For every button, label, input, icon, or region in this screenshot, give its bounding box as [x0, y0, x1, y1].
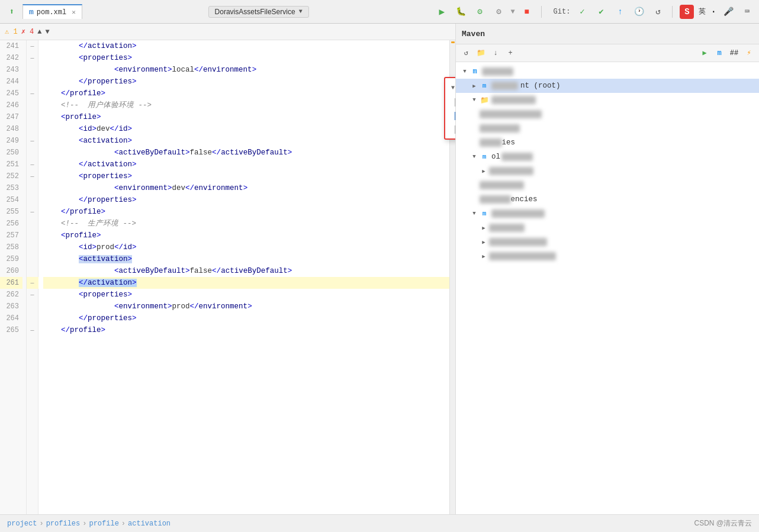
maven-tree-item-encies[interactable]: encies — [456, 192, 759, 207]
git-check-icon[interactable]: ✓ — [575, 5, 589, 19]
code-line-262: <properties> — [43, 289, 449, 301]
sougou-icon[interactable]: S — [680, 5, 694, 19]
run-button[interactable]: ▶ — [435, 5, 449, 19]
left-toolbar-icons: ⬆ — [5, 5, 19, 19]
tree-expand-icon[interactable]: ▶ — [470, 82, 478, 90]
profile-dev-checkbox[interactable] — [455, 98, 456, 107]
maven-add-btn[interactable]: + — [504, 47, 517, 60]
warning-marker — [451, 41, 455, 43]
collapse-arrow-icon[interactable]: ▼ — [451, 85, 455, 91]
tree-expand-icon[interactable]: ▼ — [470, 209, 478, 218]
code-line-243: <environment>local</environment> — [43, 64, 449, 76]
maven-skip-btn[interactable]: ## — [728, 47, 741, 60]
main-area: ⚠ 1 ✗ 4 ▲ ▼ 241 242 243 244 245 246 247 … — [0, 24, 759, 514]
breadcrumb-profile[interactable]: profile — [89, 520, 118, 528]
tree-item-label — [480, 138, 502, 147]
maven-tree-item[interactable]: ▶ — [456, 249, 759, 263]
tree-expand-icon[interactable]: ▼ — [461, 67, 469, 76]
tree-item-label — [491, 209, 545, 218]
maven-m-btn[interactable]: m — [713, 47, 726, 60]
line-number: 257 — [0, 230, 22, 241]
maven-tree-item[interactable]: ▼ m ol — [456, 150, 759, 164]
maven-tree-item[interactable] — [456, 121, 759, 136]
tab-close-button[interactable]: ✕ — [72, 8, 76, 16]
breadcrumb-project[interactable]: project — [7, 520, 37, 528]
maven-run-btn[interactable]: ▶ — [698, 47, 711, 60]
code-line-242: <properties> — [43, 52, 449, 64]
tree-item-label — [480, 181, 524, 189]
maven-tree-item[interactable]: ▶ — [456, 164, 759, 178]
gutter: — — — — — — — — — — [27, 40, 38, 514]
profile-local-checkbox[interactable]: ✓ — [455, 112, 456, 120]
run-config-selector[interactable]: DoravisAssetsFileService ▼ — [208, 6, 309, 18]
up-arrow-icon[interactable]: ▲ — [37, 28, 41, 36]
editor-toolbar: ⚠ 1 ✗ 4 ▲ ▼ — [0, 24, 455, 40]
maven-down-btn[interactable]: ↓ — [489, 47, 502, 60]
stop-button[interactable]: ■ — [520, 5, 534, 19]
gutter-icon — [27, 265, 38, 277]
tree-expand-icon[interactable]: ▶ — [480, 252, 488, 260]
code-line-251: </activation> — [43, 159, 449, 170]
gutter-icon — [27, 241, 38, 253]
editor-panel: ⚠ 1 ✗ 4 ▲ ▼ 241 242 243 244 245 246 247 … — [0, 24, 456, 514]
tree-item-root-label — [491, 82, 518, 90]
tree-expand-icon[interactable]: ▼ — [470, 153, 478, 161]
maven-lightning-btn[interactable]: ⚡ — [742, 47, 755, 60]
line-number: 256 — [0, 218, 22, 230]
maven-tree-item-root[interactable]: ▶ m nt (root) — [456, 79, 759, 93]
line-number: 248 — [0, 123, 22, 135]
gutter-icon: — — [27, 135, 38, 147]
line-number: 241 — [0, 40, 22, 52]
code-line-253: <environment>dev</environment> — [43, 182, 449, 194]
line-number: 251 — [0, 159, 22, 170]
profile-prod-item[interactable]: prod — [445, 122, 456, 136]
gutter-icon — [27, 218, 38, 230]
dropdown-icon[interactable]: ▼ — [510, 8, 514, 16]
code-area[interactable]: </activation> <properties> <environment>… — [38, 40, 449, 514]
back-icon[interactable]: ⬆ — [5, 5, 19, 19]
line-numbers: 241 242 243 244 245 246 247 248 249 250 … — [0, 40, 27, 514]
mic-icon[interactable]: 🎤 — [721, 5, 735, 19]
profile-button[interactable]: ⚙ — [491, 5, 506, 19]
keyboard-icon[interactable]: ⌨ — [740, 5, 754, 19]
tree-expand-icon[interactable]: ▶ — [480, 238, 488, 246]
code-line-259: <activation> — [43, 253, 449, 265]
tree-item-label — [491, 96, 536, 104]
separator-2 — [672, 6, 673, 18]
maven-tree-item[interactable]: ▼ m — [456, 65, 759, 79]
maven-tree-item[interactable] — [456, 178, 759, 192]
maven-refresh-btn[interactable]: ↺ — [459, 47, 472, 60]
maven-tree-item[interactable]: ▼ 📁 — [456, 93, 759, 107]
tree-item-label — [482, 67, 513, 76]
git-history-icon[interactable]: 🕐 — [632, 5, 646, 19]
maven-tree-item[interactable]: ▼ m — [456, 207, 759, 221]
maven-tree[interactable]: ▼ m ▶ m nt (root) ▼ 📁 — [456, 62, 759, 514]
maven-tree-item-ies[interactable]: ies — [456, 136, 759, 150]
maven-tree-item[interactable]: ▶ — [456, 221, 759, 235]
code-line-255: </profile> — [43, 206, 449, 218]
profile-prod-checkbox[interactable] — [455, 125, 456, 134]
coverage-button[interactable]: ⚙ — [472, 5, 487, 19]
profile-local-item[interactable]: ✓ local — [445, 109, 456, 122]
tree-expand-icon[interactable]: ▶ — [480, 167, 488, 175]
tree-expand-icon[interactable]: ▶ — [480, 224, 488, 232]
line-number: 249 — [0, 135, 22, 147]
debug-button[interactable]: 🐛 — [454, 5, 468, 19]
maven-folder-btn[interactable]: 📁 — [474, 47, 487, 60]
down-arrow-icon[interactable]: ▼ — [45, 28, 49, 36]
maven-tree-item[interactable] — [456, 107, 759, 121]
git-push-icon[interactable]: ↑ — [613, 5, 627, 19]
line-number: 253 — [0, 182, 22, 194]
profile-dev-item[interactable]: dev — [445, 95, 456, 109]
tree-expand-icon[interactable]: ▼ — [470, 96, 478, 104]
pom-xml-tab[interactable]: m pom.xml ✕ — [22, 4, 82, 19]
git-tick-icon[interactable]: ✔ — [594, 5, 608, 19]
maven-tree-item[interactable]: ▶ — [456, 235, 759, 249]
breadcrumb-activation[interactable]: activation — [128, 520, 171, 528]
code-line-241: </activation> — [43, 40, 449, 52]
tree-item-suffix: encies — [511, 195, 538, 204]
breadcrumb-profiles[interactable]: profiles — [46, 520, 81, 528]
lang-indicator[interactable]: 英 — [699, 7, 706, 17]
breadcrumb: project › profiles › profile › activatio… — [7, 520, 171, 528]
git-revert-icon[interactable]: ↺ — [651, 5, 665, 19]
